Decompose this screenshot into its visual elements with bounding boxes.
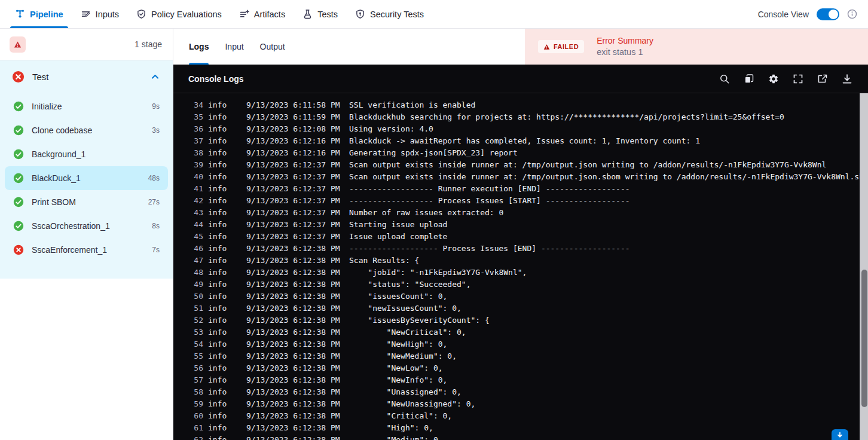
open-in-new-button[interactable] xyxy=(817,74,828,84)
log-tabs: LogsInputOutput xyxy=(173,29,285,65)
console-title: Console Logs xyxy=(188,74,244,84)
log-timestamp: 9/13/2023 6:12:38 PM xyxy=(246,398,341,410)
log-timestamp: 9/13/2023 6:12:38 PM xyxy=(246,302,341,314)
tab-output[interactable]: Output xyxy=(260,29,285,65)
download-icon xyxy=(842,74,852,84)
chevron-up-icon[interactable] xyxy=(151,72,160,81)
log-timestamp: 9/13/2023 6:12:38 PM xyxy=(246,243,341,255)
top-nav-tabs: PipelineInputsPolicy EvaluationsArtifact… xyxy=(14,0,424,28)
log-message: ------------------- Process Issues [END]… xyxy=(349,243,630,255)
log-message: "Medium": 0 xyxy=(349,434,438,440)
step-name: Clone codebase xyxy=(32,126,92,135)
tab-inputs[interactable]: Inputs xyxy=(80,0,120,28)
log-timestamp: 9/13/2023 6:12:38 PM xyxy=(246,279,341,291)
search-icon xyxy=(719,74,730,84)
log-line: 45info9/13/2023 6:12:37 PMIssue upload c… xyxy=(189,231,860,243)
tab-pipeline[interactable]: Pipeline xyxy=(14,0,64,28)
log-message: "issuesBySeverityCount": { xyxy=(349,314,490,326)
download-button[interactable] xyxy=(842,74,852,84)
log-message: "NewInfo": 0, xyxy=(349,374,447,386)
step-clone-codebase[interactable]: Clone codebase3s xyxy=(5,118,168,142)
console-logs-panel: Console Logs 34info9/13/2023 6:11:58 PMS… xyxy=(173,65,868,440)
log-line-number: 62 xyxy=(189,434,203,440)
check-circle-icon xyxy=(13,173,24,184)
log-level: info xyxy=(208,255,232,267)
log-line-number: 36 xyxy=(189,123,203,135)
step-name: Initialize xyxy=(32,102,62,111)
log-timestamp: 9/13/2023 6:12:16 PM xyxy=(246,147,341,159)
step-sscaenforcement-1[interactable]: SscaEnforcement_17s xyxy=(5,238,168,262)
scroll-to-bottom-button[interactable] xyxy=(832,429,848,440)
log-line-number: 38 xyxy=(189,147,203,159)
log-timestamp: 9/13/2023 6:12:38 PM xyxy=(246,362,341,374)
log-level: info xyxy=(208,267,232,279)
stage-name: Test xyxy=(32,72,143,82)
x-circle-icon xyxy=(13,245,24,255)
console-view-toggle[interactable] xyxy=(817,8,839,20)
step-print-sbom[interactable]: Print SBOM27s xyxy=(5,190,168,214)
copy-button[interactable] xyxy=(744,74,754,84)
top-navigation: PipelineInputsPolicy EvaluationsArtifact… xyxy=(0,0,868,29)
fullscreen-button[interactable] xyxy=(793,74,803,84)
log-message: "High": 0, xyxy=(349,422,433,434)
toggle-knob xyxy=(829,10,838,19)
log-timestamp: 9/13/2023 6:12:37 PM xyxy=(246,219,341,231)
log-message: "NewUnassigned": 0, xyxy=(349,398,475,410)
log-message: Scan output exists inside runner at: /tm… xyxy=(349,159,826,171)
top-nav-right: Console View xyxy=(758,8,857,20)
settings-button[interactable] xyxy=(768,74,779,84)
step-sscaorchestration-1[interactable]: SscaOrchestration_18s xyxy=(5,214,168,238)
tab-logs[interactable]: Logs xyxy=(189,29,209,65)
log-timestamp: 9/13/2023 6:12:16 PM xyxy=(246,135,341,147)
log-line-number: 44 xyxy=(189,219,203,231)
tab-label: Policy Evaluations xyxy=(151,10,222,19)
scrollbar-thumb[interactable] xyxy=(861,270,867,407)
log-timestamp: 9/13/2023 6:12:38 PM xyxy=(246,410,341,422)
execution-sidebar: 1 stage Test Initialize9sClone codebase3… xyxy=(0,29,173,440)
step-blackduck-1[interactable]: BlackDuck_148s xyxy=(5,166,168,190)
log-timestamp: 9/13/2023 6:12:37 PM xyxy=(246,183,341,195)
log-line: 55info9/13/2023 6:12:38 PM "NewMedium": … xyxy=(189,350,860,362)
info-icon[interactable] xyxy=(847,9,857,19)
log-line-number: 39 xyxy=(189,159,203,171)
tab-policy-evaluations[interactable]: Policy Evaluations xyxy=(136,0,222,28)
step-initialize[interactable]: Initialize9s xyxy=(5,94,168,118)
scrollbar-track[interactable] xyxy=(860,93,868,440)
console-actions xyxy=(719,74,852,84)
sidebar-summary-row: 1 stage xyxy=(0,29,173,60)
log-message: Generating spdx-json[SPDX_23] report xyxy=(349,147,518,159)
log-line-number: 52 xyxy=(189,314,203,326)
log-level: info xyxy=(208,243,232,255)
log-line-number: 35 xyxy=(189,111,203,123)
log-line: 48info9/13/2023 6:12:38 PM "jobId": "-n1… xyxy=(189,267,860,279)
log-timestamp: 9/13/2023 6:12:38 PM xyxy=(246,326,341,338)
log-message: Starting issue upload xyxy=(349,219,447,231)
log-line: 34info9/13/2023 6:11:58 PMSSL verificati… xyxy=(189,99,860,111)
log-line-number: 42 xyxy=(189,195,203,207)
log-line: 50info9/13/2023 6:12:38 PM "issuesCount"… xyxy=(189,291,860,302)
log-level: info xyxy=(208,291,232,302)
main-panel: LogsInputOutput FAILED Error Summary exi… xyxy=(173,29,868,440)
artifacts-icon xyxy=(239,9,249,19)
log-line-number: 60 xyxy=(189,410,203,422)
log-message: Blackduckhub searching for projects at: … xyxy=(349,111,784,123)
tab-input[interactable]: Input xyxy=(225,29,243,65)
tab-security-tests[interactable]: Security Tests xyxy=(354,0,424,28)
status-badge: FAILED xyxy=(538,40,584,53)
step-duration: 7s xyxy=(152,246,160,254)
error-summary-title: Error Summary xyxy=(597,35,653,47)
stage-header[interactable]: Test xyxy=(0,60,173,91)
log-timestamp: 9/13/2023 6:12:37 PM xyxy=(246,207,341,219)
log-level: info xyxy=(208,362,232,374)
policy-icon xyxy=(136,9,146,19)
log-timestamp: 9/13/2023 6:12:37 PM xyxy=(246,195,341,207)
tab-artifacts[interactable]: Artifacts xyxy=(239,0,286,28)
step-background-1[interactable]: Background_1 xyxy=(5,142,168,166)
log-message: Issue upload complete xyxy=(349,231,447,243)
step-name: Background_1 xyxy=(32,149,85,159)
log-level: info xyxy=(208,386,232,398)
tab-tests[interactable]: Tests xyxy=(302,0,338,28)
search-button[interactable] xyxy=(719,74,730,84)
log-level: info xyxy=(208,350,232,362)
tab-label: Inputs xyxy=(96,10,120,19)
